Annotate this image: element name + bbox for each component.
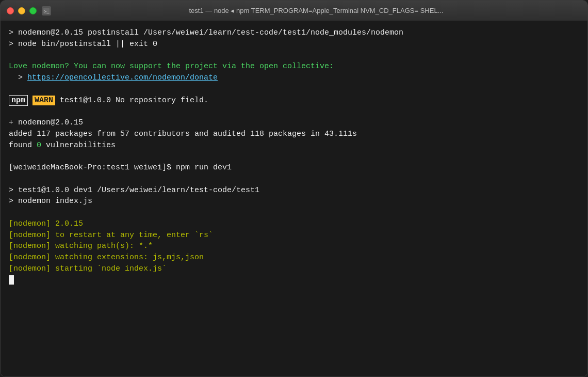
terminal-body[interactable]: > nodemon@2.0.15 postinstall /Users/weiw… [1,21,587,376]
line-node-bin: > node bin/postinstall || exit 0 [9,39,579,50]
maximize-button[interactable] [29,7,37,14]
window-title: test1 — node ◂ npm TERM_PROGRAM=Apple_Te… [51,7,581,14]
line-opencollective: > https://opencollective.com/nodemon/don… [9,72,579,84]
line-test1-dev1: > test1@1.0.0 dev1 /Users/weiwei/learn/t… [9,185,579,196]
vuln-count: 0 [37,141,41,150]
line-prompt-npm-run: [weiweideMacBook-Pro:test1 weiwei]$ npm … [9,162,579,174]
line-added-packages: added 117 packages from 57 contributors … [9,129,579,140]
empty-line-6 [9,207,579,218]
empty-line-4 [9,151,579,162]
line-love-nodemon: Love nodemon? You can now support the pr… [9,61,579,72]
line-vulnerabilities: found 0 vulnerabilities [9,140,579,151]
terminal-icon: >_ [42,6,51,15]
line-nodemon-postinstall: > nodemon@2.0.15 postinstall /Users/weiw… [9,27,579,39]
empty-line-2 [9,84,579,95]
line-plus-nodemon: + nodemon@2.0.15 [9,117,579,129]
title-bar: >_ test1 — node ◂ npm TERM_PROGRAM=Apple… [1,1,587,21]
terminal-cursor [9,275,14,285]
line-cursor [9,275,579,286]
empty-line-1 [9,50,579,61]
empty-line-5 [9,174,579,185]
warn-badge: WARN [32,96,55,105]
minimize-button[interactable] [18,7,25,14]
empty-line-3 [9,106,579,117]
line-nodemon-watching-ext: [nodemon] watching extensions: js,mjs,js… [9,252,579,263]
opencollective-link[interactable]: https://opencollective.com/nodemon/donat… [27,73,218,82]
line-nodemon-index: > nodemon index.js [9,196,579,207]
npm-badge: npm [9,95,28,106]
line-nodemon-restart: [nodemon] to restart at any time, enter … [9,230,579,241]
svg-text:>_: >_ [44,9,50,14]
line-nodemon-watching-path: [nodemon] watching path(s): *.* [9,241,579,252]
line-nodemon-version: [nodemon] 2.0.15 [9,218,579,230]
terminal-window: >_ test1 — node ◂ npm TERM_PROGRAM=Apple… [0,0,588,377]
line-nodemon-starting: [nodemon] starting `node index.js` [9,263,579,275]
traffic-lights [7,7,37,14]
close-button[interactable] [7,7,14,14]
line-npm-warn: npm WARN test1@1.0.0 No repository field… [9,95,579,106]
